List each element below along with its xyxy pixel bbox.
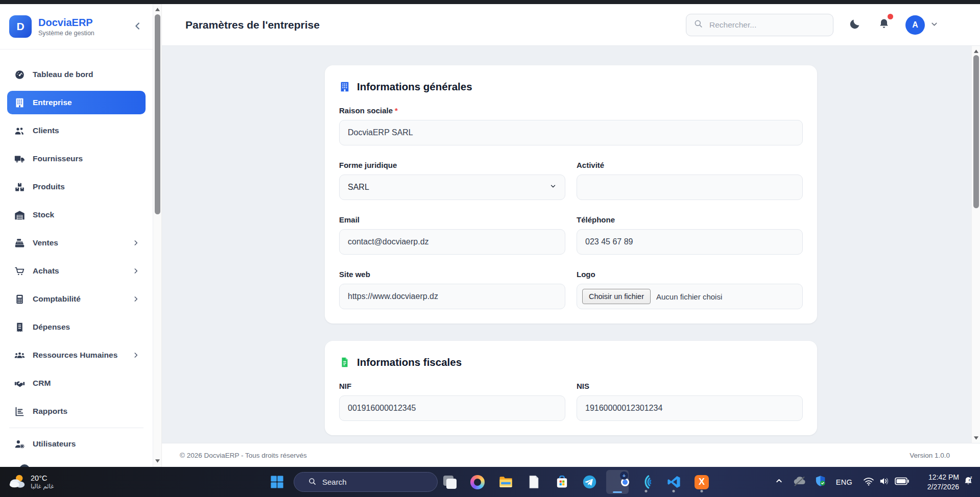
sidebar-item-label: Entreprise [33, 98, 72, 107]
sidebar-item-produits[interactable]: Produits [7, 175, 146, 198]
raison-sociale-input[interactable] [339, 120, 803, 145]
chrome-button[interactable]: + [606, 470, 629, 494]
sidebar-item-ressources-humaines[interactable]: Ressources Humaines [7, 343, 146, 367]
app-subtitle: Système de gestion [38, 30, 130, 37]
scrollbar-thumb[interactable] [973, 55, 979, 208]
sidebar-item-achats[interactable]: Achats [7, 259, 146, 283]
sidebar-item-label: Achats [33, 266, 59, 276]
volume-icon [879, 476, 890, 488]
nif-input[interactable] [339, 395, 565, 421]
telephone-label: Téléphone [577, 215, 803, 224]
scrollbar-thumb[interactable] [155, 14, 160, 214]
chevron-right-icon [132, 352, 139, 359]
tray-time: 12:42 PM [928, 473, 959, 482]
language-label: ENG [836, 478, 852, 486]
avatar[interactable]: A [905, 15, 925, 35]
sidebar-item-label: Ressources Humaines [33, 351, 117, 360]
weather-condition: غائم غالبا [31, 483, 54, 490]
sidebar-header: D DocviaERP Système de gestion [0, 4, 153, 49]
sidebar-item-comptabilite[interactable]: Comptabilité [7, 287, 146, 311]
notification-center-button[interactable]: zz [959, 467, 977, 497]
sidebar-item-depenses[interactable]: Dépenses [7, 315, 146, 339]
wifi-tray-icon[interactable] [861, 467, 877, 497]
email-input[interactable] [339, 229, 565, 255]
forme-juridique-select[interactable]: SARL [339, 175, 565, 200]
sidebar-item-entreprise[interactable]: Entreprise [7, 91, 146, 114]
nis-input[interactable] [577, 395, 803, 421]
security-tray-icon[interactable] [811, 467, 829, 497]
microsoft-store-button[interactable] [551, 470, 573, 494]
required-asterisk: * [395, 106, 398, 115]
sidebar-item-fournisseurs[interactable]: Fournisseurs [7, 147, 146, 170]
sidebar-item-label: Tableau de bord [33, 70, 93, 79]
taskbar-search[interactable]: Search [294, 472, 438, 492]
sidebar-item-label: Ventes [33, 238, 58, 247]
sidebar-item-tableau-de-bord[interactable]: Tableau de bord [7, 63, 146, 86]
email-label: Email [339, 215, 565, 224]
sidebar-item-partial[interactable] [7, 460, 146, 467]
telephone-input[interactable] [577, 229, 803, 255]
dark-mode-toggle[interactable] [847, 17, 863, 33]
building-icon [14, 97, 25, 108]
page-content: Informations générales Raison sociale* F… [162, 46, 980, 443]
sidebar-collapse-button[interactable] [130, 19, 146, 34]
sidebar-item-label: Rapports [33, 407, 67, 416]
xampp-button[interactable]: X [690, 470, 713, 494]
copyright-text: © 2026 DocviaERP - Tous droits réservés [180, 452, 307, 459]
language-indicator[interactable]: ENG [833, 467, 855, 497]
cart-icon [14, 266, 25, 277]
bell-icon [878, 18, 890, 32]
content-scrollbar[interactable] [971, 46, 980, 443]
global-search[interactable] [686, 14, 833, 36]
warehouse-icon [14, 210, 25, 220]
wave-browser-icon [639, 475, 654, 489]
vscode-button[interactable] [662, 470, 685, 494]
file-explorer-button[interactable] [494, 470, 517, 494]
app-logo: D [9, 15, 32, 38]
scroll-up-arrow[interactable] [153, 5, 162, 13]
notifications-button[interactable] [876, 17, 892, 33]
vscode-icon [666, 475, 681, 489]
copilot-button[interactable] [466, 470, 489, 494]
weather-cloud-sun-icon [7, 473, 27, 492]
sidebar-item-utilisateurs[interactable]: Utilisateurs [7, 432, 146, 456]
telegram-button[interactable] [578, 470, 601, 494]
sidebar-item-rapports[interactable]: Rapports [7, 400, 146, 423]
logo-file-input[interactable]: Choisir un fichier Aucun fichier choisi [577, 284, 803, 309]
task-view-button[interactable] [439, 470, 461, 494]
sidebar-item-crm[interactable]: CRM [7, 371, 146, 395]
chart-icon [14, 406, 25, 417]
microsoft-store-icon [555, 475, 569, 489]
sidebar-item-ventes[interactable]: Ventes [7, 231, 146, 255]
telegram-icon [582, 475, 597, 489]
taskbar-weather-widget[interactable]: 20°C غائم غالبا [7, 467, 54, 497]
forme-juridique-label: Forme juridique [339, 161, 565, 169]
volume-tray-icon[interactable] [876, 467, 893, 497]
onedrive-tray-icon[interactable] [791, 467, 809, 497]
app-footer: © 2026 DocviaERP - Tous droits réservés … [162, 443, 980, 467]
sidebar-item-clients[interactable]: Clients [7, 119, 146, 142]
clock-widget[interactable]: 12:42 PM 2/27/2026 [908, 467, 959, 497]
notepad-button[interactable] [522, 470, 545, 494]
windows-start-icon [270, 475, 284, 489]
choose-file-button[interactable]: Choisir un fichier [582, 289, 651, 304]
search-icon [694, 19, 703, 31]
notification-dot [888, 14, 893, 19]
start-button[interactable] [266, 470, 288, 494]
site-web-input[interactable] [339, 284, 565, 309]
scroll-down-arrow[interactable] [153, 457, 162, 465]
tray-overflow-button[interactable] [770, 467, 787, 497]
nif-label: NIF [339, 382, 565, 390]
scroll-down-arrow[interactable] [972, 434, 980, 442]
boxes-icon [14, 182, 25, 192]
wave-browser-button[interactable] [635, 470, 657, 494]
svg-text:z: z [970, 476, 972, 479]
sidebar-scrollbar[interactable] [153, 4, 162, 467]
activite-input[interactable] [577, 175, 803, 200]
user-gear-icon [14, 439, 25, 450]
search-input[interactable] [709, 20, 826, 30]
scroll-up-arrow[interactable] [972, 47, 980, 55]
profile-menu-button[interactable] [928, 19, 940, 31]
sidebar-item-stock[interactable]: Stock [7, 203, 146, 227]
card-title: Informations générales [357, 81, 472, 93]
